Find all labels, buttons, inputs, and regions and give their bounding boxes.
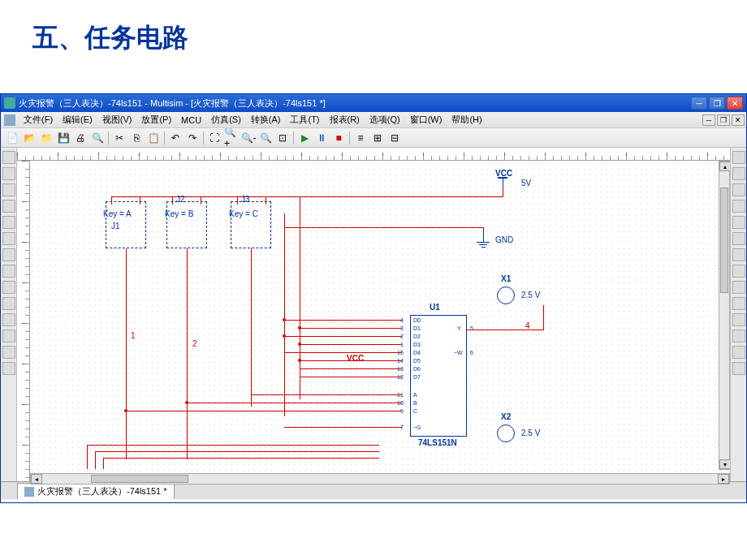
menu-mcu[interactable]: MCU — [176, 114, 206, 127]
zoom-out-button[interactable]: 🔍- — [240, 130, 257, 146]
menu-report[interactable]: 报表(R) — [325, 112, 365, 127]
scroll-down-button[interactable]: ▾ — [719, 459, 730, 469]
multimeter-tool[interactable] — [732, 151, 745, 164]
mdi-close[interactable]: ✕ — [732, 114, 745, 126]
pause-button[interactable]: ⏸ — [313, 130, 330, 146]
wire — [251, 248, 252, 407]
run-button[interactable]: ▶ — [296, 130, 313, 146]
menu-file[interactable]: 文件(F) — [19, 112, 58, 127]
close-button[interactable]: ✕ — [727, 97, 743, 110]
menu-transfer[interactable]: 转换(A) — [246, 112, 286, 127]
junction-tool[interactable] — [2, 216, 15, 229]
spectrum-tool[interactable] — [732, 313, 745, 326]
scroll-thumb-v[interactable] — [720, 187, 728, 293]
new-button[interactable]: 📄 — [4, 130, 20, 146]
mdi-minimize[interactable]: ─ — [702, 114, 715, 126]
paste-button[interactable]: 📋 — [145, 130, 162, 146]
bode-tool[interactable] — [732, 216, 745, 229]
app-icon — [4, 97, 15, 109]
wire — [95, 451, 379, 452]
line-tool[interactable] — [2, 265, 15, 278]
oscilloscope-tool[interactable] — [732, 200, 745, 213]
counter-tool[interactable] — [732, 232, 745, 245]
component-tool[interactable] — [2, 167, 15, 180]
logic-analyzer-tool[interactable] — [732, 248, 745, 261]
probe-x2[interactable] — [497, 424, 515, 442]
form-button[interactable]: ⊞ — [369, 130, 386, 146]
print-button[interactable]: 🖨 — [72, 130, 89, 146]
scroll-right-button[interactable]: ▸ — [718, 474, 729, 484]
agilent-tool[interactable] — [732, 346, 745, 359]
junction — [298, 326, 301, 330]
logic-converter-tool[interactable] — [732, 265, 745, 278]
database-button[interactable]: ⊟ — [386, 130, 403, 146]
zoom-fit-button[interactable]: ⊡ — [274, 130, 291, 146]
open-button[interactable]: 📂 — [21, 130, 37, 146]
switch-j2[interactable] — [166, 201, 207, 248]
wire — [284, 336, 402, 337]
pin-a: A — [413, 392, 417, 398]
save-button[interactable]: 💾 — [55, 130, 71, 146]
text-tool[interactable] — [2, 232, 15, 245]
mdi-restore[interactable]: ❐ — [717, 114, 730, 126]
gnd-stem — [483, 227, 484, 242]
menu-tools[interactable]: 工具(T) — [285, 112, 324, 127]
pin-y: Y — [457, 325, 461, 331]
scrollbar-vertical[interactable]: ▴ ▾ — [719, 161, 730, 470]
scope-tool[interactable] — [2, 346, 15, 359]
minimize-button[interactable]: ─ — [691, 97, 707, 110]
analyzer-tool[interactable] — [2, 362, 15, 375]
instrument-tool[interactable] — [2, 297, 15, 310]
project-button[interactable]: 📁 — [38, 130, 54, 146]
switch-j3[interactable] — [231, 201, 271, 248]
j3-label: J3 — [241, 195, 250, 204]
copy-button[interactable]: ⎘ — [128, 130, 145, 146]
menu-view[interactable]: 视图(V) — [97, 112, 137, 127]
menu-place[interactable]: 放置(P) — [136, 112, 176, 127]
zoom-in-button[interactable]: 🔍+ — [223, 130, 240, 146]
menu-options[interactable]: 选项(Q) — [365, 112, 405, 127]
probe-x1[interactable] — [497, 286, 515, 304]
menu-edit[interactable]: 编辑(E) — [58, 112, 97, 127]
fullscreen-button[interactable]: ⛶ — [206, 130, 222, 146]
menu-window[interactable]: 窗口(W) — [405, 112, 447, 127]
redo-button[interactable]: ↷ — [184, 130, 201, 146]
scrollbar-horizontal[interactable]: ◂ ▸ — [30, 473, 730, 485]
toolbar-sep-4 — [293, 131, 294, 144]
probe-tool[interactable] — [2, 281, 15, 294]
function-gen-tool[interactable] — [732, 167, 745, 180]
rect-tool[interactable] — [2, 248, 15, 261]
select-tool[interactable] — [2, 151, 15, 164]
wire — [140, 196, 140, 205]
undo-button[interactable]: ↶ — [167, 130, 184, 146]
menu-help[interactable]: 帮助(H) — [447, 112, 486, 127]
cut-button[interactable]: ✂ — [111, 130, 127, 146]
preview-button[interactable]: 🔍 — [89, 130, 106, 146]
j2-label: J2 — [176, 195, 185, 204]
schematic-canvas[interactable]: VCC 5V GND — [30, 161, 730, 481]
titlebar: 火灾报警（三人表决）-74ls151 - Multisim - [火灾报警（三人… — [1, 94, 746, 112]
scroll-left-button[interactable]: ◂ — [31, 474, 42, 484]
maximize-button[interactable]: ❐ — [709, 97, 725, 110]
gnd-symbol — [477, 242, 490, 248]
network-tool[interactable] — [732, 330, 745, 342]
document-tab[interactable]: 火灾报警（三人表决）-74ls151 * — [17, 483, 175, 499]
pin-6: 6 — [470, 350, 473, 355]
wire — [237, 196, 238, 205]
stop-button[interactable]: ■ — [330, 130, 347, 146]
tek-tool[interactable] — [732, 362, 745, 375]
doc-tab-label: 火灾报警（三人表决）-74ls151 * — [37, 485, 167, 498]
wattmeter-tool[interactable] — [732, 183, 745, 196]
iv-analyzer-tool[interactable] — [732, 281, 745, 294]
scroll-up-button[interactable]: ▴ — [719, 162, 730, 171]
list-button[interactable]: ≡ — [352, 130, 369, 146]
bus-tool[interactable] — [2, 200, 15, 213]
scroll-thumb-h[interactable] — [91, 475, 188, 483]
menu-simulate[interactable]: 仿真(S) — [206, 112, 246, 127]
distortion-tool[interactable] — [732, 297, 745, 310]
wire-tool[interactable] — [2, 183, 15, 196]
ruler-vertical — [17, 161, 30, 481]
meter-tool[interactable] — [2, 330, 15, 342]
zoom-area-button[interactable]: 🔍 — [257, 130, 274, 146]
graph-tool[interactable] — [2, 313, 15, 326]
